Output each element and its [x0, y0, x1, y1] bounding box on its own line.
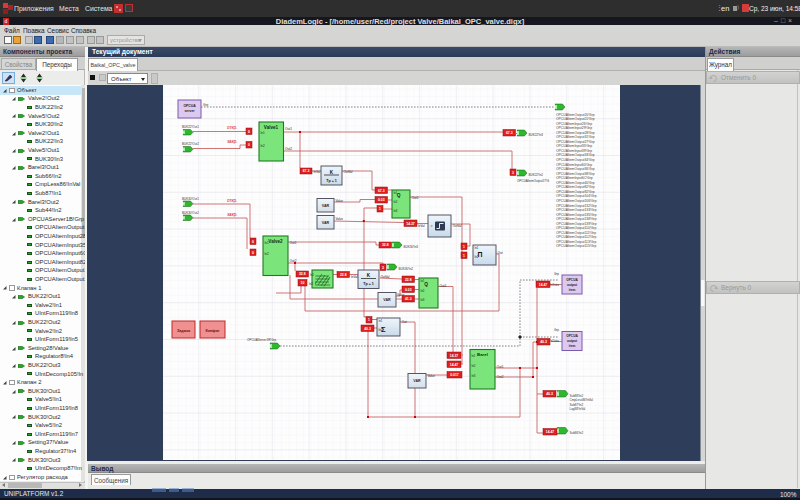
svg-text:OPCUAItemOutput36!Grp: OPCUAItemOutput36!Grp — [556, 167, 595, 171]
svg-text:Value: Value — [336, 217, 344, 221]
svg-text:Out1: Out1 — [290, 241, 297, 245]
svg-text:OPCUAItemOutput82!Grp: OPCUAItemOutput82!Grp — [556, 185, 595, 189]
svg-text:OPCUAItemInput29!Grp: OPCUAItemInput29!Grp — [556, 126, 592, 130]
svg-text:OPCUAItemOutput28!Grp: OPCUAItemOutput28!Grp — [556, 131, 595, 135]
svg-text:0: 0 — [252, 251, 254, 255]
svg-text:Out: Out — [402, 320, 407, 324]
svg-text:14.47: 14.47 — [450, 363, 459, 367]
svg-text:OPCUAItemOutput106!Grp: OPCUAItemOutput106!Grp — [556, 199, 597, 203]
svg-text:Valve1: Valve1 — [264, 125, 279, 130]
svg-text:Value: Value — [428, 374, 436, 378]
svg-text:In1: In1 — [421, 279, 425, 283]
svg-text:Tp + 1: Tp + 1 — [326, 179, 337, 183]
svg-text:OPCUA: OPCUA — [183, 104, 196, 108]
svg-text:32.8: 32.8 — [382, 243, 389, 247]
svg-text:In3: In3 — [421, 298, 425, 302]
svg-text:откр.: откр. — [227, 198, 237, 203]
svg-text:40.3: 40.3 — [540, 340, 547, 344]
svg-text:Value: Value — [336, 199, 344, 203]
svg-text:In3: In3 — [472, 374, 476, 378]
svg-text:OPCUAItemOutput138!Grp: OPCUAItemOutput138!Grp — [556, 217, 597, 221]
svg-text:OPCUAItemOutput112!Grp: OPCUAItemOutput112!Grp — [556, 235, 596, 239]
svg-text:OPCUA: OPCUA — [566, 278, 578, 282]
svg-text:Q: Q — [424, 282, 428, 287]
svg-text:OPCUAItemOutput34!Grp: OPCUAItemOutput34!Grp — [556, 158, 595, 162]
svg-text:OPCUAItemOutput27!Grp: OPCUAItemOutput27!Grp — [556, 140, 595, 144]
svg-text:VAR: VAR — [383, 298, 391, 302]
svg-text:0: 0 — [248, 130, 250, 134]
svg-text:Out2: Out2 — [497, 375, 504, 379]
svg-text:Out: Out — [498, 251, 503, 255]
svg-text:OPCUAItemInput60!Grp: OPCUAItemInput60!Grp — [556, 163, 592, 167]
svg-text:BUK22!Out2: BUK22!Out2 — [182, 142, 199, 146]
svg-text:Out1: Out1 — [412, 196, 419, 200]
svg-text:10: 10 — [301, 281, 305, 285]
svg-text:CmpLess86!InVal: CmpLess86!InVal — [570, 398, 594, 402]
svg-text:14.47: 14.47 — [539, 283, 548, 287]
svg-text:67.3: 67.3 — [303, 169, 310, 173]
svg-text:22.8: 22.8 — [340, 273, 347, 277]
svg-text:In1: In1 — [265, 241, 270, 245]
svg-text:1: 1 — [368, 318, 370, 322]
svg-text:OPCUAItemInput35!Grp: OPCUAItemInput35!Grp — [556, 144, 592, 148]
svg-text:item: item — [569, 288, 576, 292]
svg-text:In1: In1 — [379, 319, 383, 323]
svg-text:закр.: закр. — [227, 212, 238, 217]
svg-text:Задача: Задача — [177, 329, 191, 333]
svg-text:0: 0 — [252, 240, 254, 244]
svg-text:Конфиг: Конфиг — [205, 329, 220, 333]
svg-text:Out1: Out1 — [285, 127, 292, 131]
svg-text:Out1: Out1 — [497, 365, 504, 369]
svg-text:Out1: Out1 — [440, 284, 447, 288]
svg-text:output: output — [567, 339, 578, 343]
svg-text:40.3: 40.3 — [546, 392, 553, 396]
svg-text:OPCUAItemOutput33!Grp: OPCUAItemOutput33!Grp — [556, 153, 595, 157]
svg-text:OPCUAItemInput26!Grp: OPCUAItemInput26!Grp — [556, 122, 592, 126]
svg-text:In2: In2 — [472, 364, 476, 368]
svg-text:Tp + 1: Tp + 1 — [363, 282, 374, 286]
svg-text:In1: In1 — [310, 273, 314, 277]
svg-text:InData: InData — [550, 339, 559, 343]
svg-text:InVal: InVal — [314, 170, 321, 174]
svg-text:14.37: 14.37 — [450, 354, 459, 358]
svg-text:OPCUAItemOutput115!Grp: OPCUAItemOutput115!Grp — [556, 244, 596, 248]
svg-text:OPCUAItemOutput31!Grp: OPCUAItemOutput31!Grp — [556, 135, 595, 139]
svg-text:OPCUAItemOutput27!G: OPCUAItemOutput27!G — [517, 179, 550, 183]
svg-text:In2: In2 — [261, 144, 266, 148]
svg-text:0.017: 0.017 — [450, 373, 459, 377]
svg-text:OPCUAItemOutput139!Grp: OPCUAItemOutput139!Grp — [556, 222, 597, 226]
svg-text:In2: In2 — [379, 328, 383, 332]
svg-text:InVal: InVal — [351, 275, 358, 279]
svg-text:OPCUAItemOutput104!Grp: OPCUAItemOutput104!Grp — [556, 194, 597, 198]
svg-text:OPCUAItemOutput132!Grp: OPCUAItemOutput132!Grp — [556, 204, 597, 208]
svg-text:OPCUAItemOutput135!Grp: OPCUAItemOutput135!Grp — [556, 213, 597, 217]
svg-text:67.3: 67.3 — [378, 189, 385, 193]
svg-text:Out2: Out2 — [290, 259, 297, 263]
svg-text:0.03: 0.03 — [378, 198, 385, 202]
svg-text:Sub87!In2: Sub87!In2 — [570, 403, 584, 407]
svg-text:0: 0 — [248, 143, 250, 147]
svg-text:OPCUAItemOutput111!Grp: OPCUAItemOutput111!Grp — [556, 231, 596, 235]
svg-text:1: 1 — [379, 207, 381, 211]
svg-text:output: output — [567, 283, 578, 287]
svg-text:OPCUAItemOutput21!Grp: OPCUAItemOutput21!Grp — [556, 117, 595, 121]
svg-text:In2: In2 — [394, 200, 398, 204]
svg-text:Grp: Grp — [554, 272, 559, 276]
svg-text:OPCUAItemOutput38!Grp: OPCUAItemOutput38!Grp — [556, 172, 595, 176]
svg-text:In3: In3 — [394, 209, 398, 213]
svg-text:BUK22!In2: BUK22!In2 — [529, 173, 544, 177]
svg-text:BUK30!In2: BUK30!In2 — [399, 267, 414, 271]
svg-text:OPCUAItemOutput40!Grp: OPCUAItemOutput40!Grp — [556, 181, 595, 185]
svg-text:OPCUAItemOutput20!Grp: OPCUAItemOutput20!Grp — [556, 113, 595, 117]
svg-text:Barel: Barel — [477, 352, 488, 357]
svg-text:1: 1 — [463, 245, 465, 249]
svg-text:22.8: 22.8 — [405, 278, 412, 282]
svg-text:VAR: VAR — [413, 379, 421, 383]
svg-text:OPCUAItemInput6C!Grp: OPCUAItemInput6C!Grp — [556, 176, 593, 180]
svg-text:14.37: 14.37 — [406, 222, 415, 226]
svg-text:OPCUAServer1R!Grp: OPCUAServer1R!Grp — [247, 338, 277, 342]
svg-text:откр.: откр. — [227, 125, 237, 130]
svg-text:Grp: Grp — [554, 328, 559, 332]
svg-text:BUK22!In3: BUK22!In3 — [529, 133, 544, 137]
svg-text:Lag88!InVal: Lag88!InVal — [570, 407, 586, 411]
